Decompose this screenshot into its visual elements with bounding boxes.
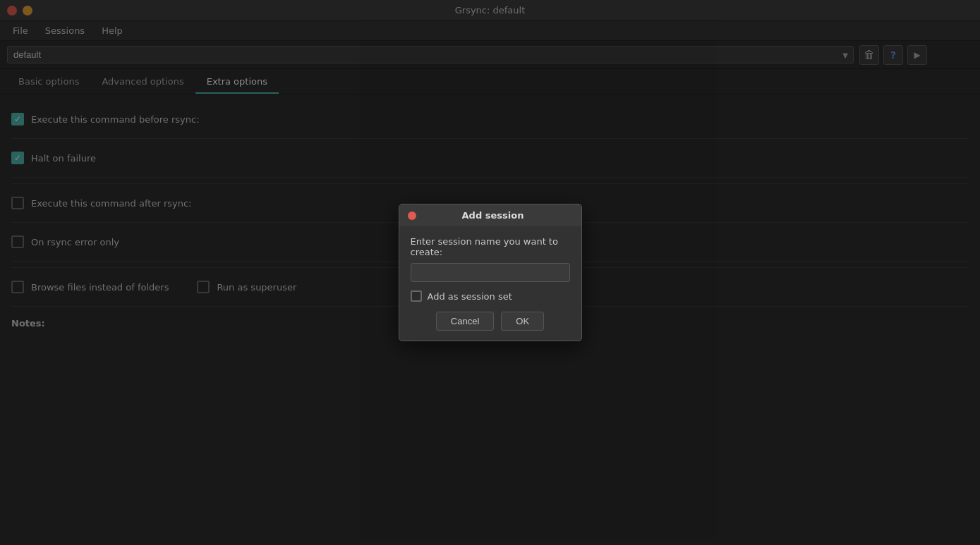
add-as-session-set-checkbox[interactable] xyxy=(411,290,422,302)
modal-close-button[interactable] xyxy=(408,212,416,220)
modal-buttons: Cancel OK xyxy=(411,312,570,331)
modal-overlay: Add session Enter session name you want … xyxy=(0,0,980,545)
modal-title: Add session xyxy=(422,210,564,221)
add-session-modal: Add session Enter session name you want … xyxy=(399,204,582,341)
modal-titlebar: Add session xyxy=(399,204,581,226)
add-as-session-set-row: Add as session set xyxy=(411,290,570,302)
ok-button[interactable]: OK xyxy=(501,312,544,331)
modal-prompt-label: Enter session name you want to create: xyxy=(411,236,570,257)
modal-body: Enter session name you want to create: A… xyxy=(399,226,581,341)
session-name-input[interactable] xyxy=(411,263,570,282)
cancel-button[interactable]: Cancel xyxy=(436,312,494,331)
add-as-session-set-label: Add as session set xyxy=(428,291,512,302)
